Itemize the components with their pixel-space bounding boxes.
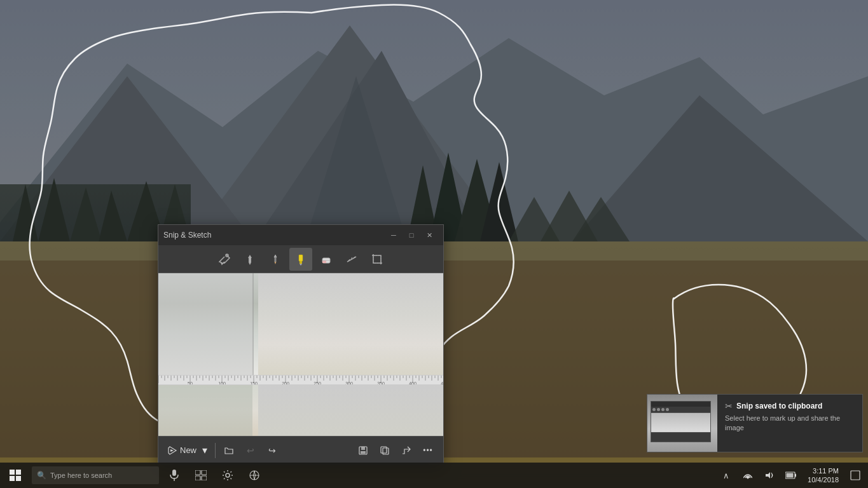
copy-icon <box>380 445 390 456</box>
maximize-button[interactable]: □ <box>403 226 420 244</box>
svg-rect-158 <box>195 476 200 480</box>
show-hidden-icons-button[interactable]: ∧ <box>716 463 736 488</box>
separator-1 <box>215 443 216 458</box>
snip-titlebar[interactable]: Snip & Sketch ─ □ ✕ <box>158 225 443 245</box>
canvas-right-section <box>258 273 443 375</box>
svg-marker-30 <box>274 255 277 257</box>
snip-window-title: Snip & Sketch <box>163 231 385 240</box>
svg-rect-33 <box>299 255 303 261</box>
new-label: New <box>180 445 196 455</box>
settings-button[interactable] <box>215 463 240 488</box>
share-icon <box>401 445 411 456</box>
canvas-left-section <box>158 273 252 375</box>
minimize-button[interactable]: ─ <box>385 226 403 244</box>
save-button[interactable] <box>353 440 373 461</box>
microphone-icon <box>169 470 179 481</box>
svg-rect-166 <box>795 474 796 477</box>
new-snip-icon <box>167 445 177 456</box>
undo-button[interactable]: ↩ <box>240 440 261 461</box>
svg-marker-27 <box>248 255 252 258</box>
taskbar-search[interactable]: 🔍 Type here to search <box>32 466 159 484</box>
titlebar-controls: ─ □ ✕ <box>385 226 438 244</box>
svg-line-41 <box>351 257 352 259</box>
svg-rect-150 <box>10 470 15 475</box>
system-tray: ∧ 3:11 PM 10/4/2018 <box>716 463 868 488</box>
taskbar: 🔍 Type here to search <box>0 463 868 488</box>
svg-rect-37 <box>322 261 326 263</box>
eraser-tool[interactable] <box>315 248 338 271</box>
svg-rect-34 <box>300 261 302 264</box>
svg-rect-151 <box>16 470 21 475</box>
toast-body: ✂ Snip saved to clipboard Select here to… <box>717 395 862 452</box>
clock-date: 10/4/2018 <box>808 475 839 484</box>
ruler: 50100150200250300350400450 <box>158 375 443 385</box>
copy-button[interactable] <box>375 440 395 461</box>
crop-tool[interactable] <box>366 248 389 271</box>
bottom-toolbar: New ▾ ↩ ↪ <box>158 436 443 464</box>
system-clock[interactable]: 3:11 PM 10/4/2018 <box>803 463 844 488</box>
network-status-icon <box>743 471 752 479</box>
action-center-button[interactable] <box>845 463 865 488</box>
svg-rect-31 <box>275 257 277 262</box>
ruler-tool[interactable] <box>340 248 363 271</box>
svg-point-163 <box>747 477 749 479</box>
svg-rect-152 <box>10 476 15 481</box>
pencil-tool[interactable] <box>264 248 287 271</box>
svg-rect-153 <box>16 476 21 481</box>
svg-marker-35 <box>300 264 302 266</box>
open-file-button[interactable] <box>219 440 239 461</box>
new-dropdown-arrow[interactable]: ▾ <box>200 442 209 459</box>
volume-icon[interactable] <box>759 463 780 488</box>
share-button[interactable] <box>396 440 417 461</box>
toast-message: Select here to mark up and share the ima… <box>725 414 855 433</box>
snip-canvas <box>158 273 443 375</box>
browser-icon <box>249 470 260 481</box>
browser-button[interactable] <box>242 463 267 488</box>
svg-rect-147 <box>361 451 366 454</box>
new-button-group: New ▾ <box>163 442 209 459</box>
ruler-svg: 50100150200250300350400450 <box>158 376 443 385</box>
search-icon: 🔍 <box>37 471 46 480</box>
mini-snip-window <box>651 401 711 442</box>
close-button[interactable]: ✕ <box>420 226 438 244</box>
svg-rect-43 <box>373 255 381 263</box>
highlighter-tool[interactable] <box>289 248 312 271</box>
drawing-toolbar <box>158 245 443 273</box>
search-placeholder: Type here to search <box>50 471 112 479</box>
svg-marker-32 <box>275 262 277 264</box>
battery-icon[interactable] <box>781 463 801 488</box>
svg-rect-167 <box>787 473 794 478</box>
more-options-button[interactable]: ••• <box>418 440 438 461</box>
canvas-bottom-section <box>158 385 443 436</box>
svg-marker-164 <box>766 472 770 478</box>
canvas-image[interactable] <box>158 273 443 375</box>
ballpoint-pen-tool[interactable] <box>238 248 261 271</box>
new-button[interactable]: New <box>163 443 200 458</box>
svg-marker-29 <box>249 262 251 265</box>
speaker-icon <box>765 471 774 480</box>
svg-rect-154 <box>172 470 176 476</box>
toast-header: ✂ Snip saved to clipboard <box>725 401 855 411</box>
canvas-divider <box>252 273 254 375</box>
battery-status-icon <box>785 471 797 479</box>
network-icon[interactable] <box>738 463 758 488</box>
folder-icon <box>224 445 234 456</box>
microphone-button[interactable] <box>162 463 187 488</box>
svg-line-39 <box>347 257 356 262</box>
clock-time: 3:11 PM <box>813 466 839 475</box>
task-view-button[interactable] <box>188 463 214 488</box>
toast-thumbnail-image <box>647 395 717 452</box>
start-button[interactable] <box>0 463 31 488</box>
toast-thumbnail <box>647 395 717 452</box>
snip-sketch-window: Snip & Sketch ─ □ ✕ <box>158 224 444 464</box>
svg-rect-28 <box>249 258 251 262</box>
svg-point-160 <box>226 473 230 477</box>
notification-toast[interactable]: ✂ Snip saved to clipboard Select here to… <box>647 394 863 452</box>
svg-rect-146 <box>361 447 365 450</box>
redo-button[interactable]: ↪ <box>262 440 282 461</box>
save-icon <box>358 445 368 456</box>
toast-title: Snip saved to clipboard <box>736 402 822 410</box>
settings-gear-icon <box>222 470 233 481</box>
touch-draw-tool[interactable] <box>213 248 236 271</box>
svg-rect-168 <box>851 471 860 480</box>
